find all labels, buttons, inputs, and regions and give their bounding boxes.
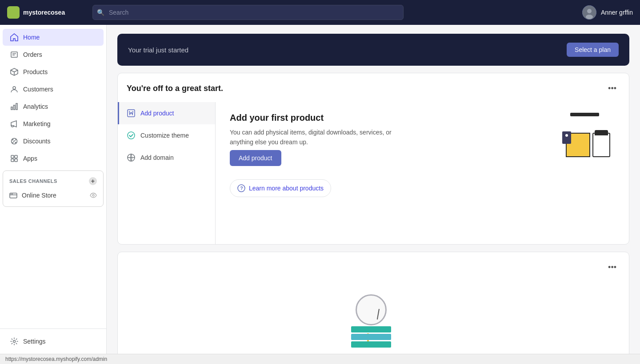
select-plan-button[interactable]: Select a plan	[567, 43, 619, 57]
step-add-domain[interactable]: Add domain	[118, 146, 215, 169]
card-title: You're off to a great start.	[127, 84, 223, 93]
more-options-button[interactable]: •••	[604, 82, 620, 95]
sales-channels-header: SALES CHANNELS +	[3, 174, 103, 188]
sidebar-item-online-store[interactable]: Online Store	[3, 188, 103, 203]
sidebar-item-discounts-label: Discounts	[23, 138, 50, 145]
online-store-icon	[9, 191, 17, 199]
sidebar-item-marketing[interactable]: Marketing	[3, 115, 104, 132]
analytics-card: •••	[117, 252, 629, 354]
learn-more-question-icon: ?	[237, 184, 245, 192]
trial-message: Your trial just started	[128, 46, 188, 54]
add-domain-step-icon	[126, 153, 136, 162]
svg-point-2	[586, 15, 593, 19]
add-product-button[interactable]: Add product	[230, 150, 281, 166]
svg-point-22	[12, 194, 13, 194]
store-name: mystorecosea	[23, 9, 65, 16]
store-brand[interactable]: mystorecosea	[7, 6, 87, 19]
great-start-card: You're off to a great start. ••• Ad	[117, 73, 629, 245]
sidebar-item-marketing-label: Marketing	[23, 120, 50, 127]
step-add-product[interactable]: Add product	[118, 102, 215, 124]
svg-point-21	[11, 194, 12, 194]
url-text: https://mystorecosea.myshopify.com/admin	[5, 356, 107, 362]
svg-line-8	[14, 70, 18, 72]
step-content-row: Add your first product You can add physi…	[230, 113, 615, 166]
sidebar-item-analytics[interactable]: Analytics	[3, 98, 104, 115]
learn-more-container: ? Learn more about products	[230, 179, 615, 197]
svg-rect-10	[11, 107, 12, 110]
step-customize-theme[interactable]: Customize theme	[118, 124, 215, 146]
main-layout: Home Orders Products Cu	[0, 25, 640, 354]
step-content-text: Add your first product You can add physi…	[230, 113, 548, 166]
sidebar-item-orders-label: Orders	[23, 51, 42, 58]
sidebar-bottom: Settings	[0, 328, 106, 354]
analytics-icon	[10, 102, 19, 111]
svg-point-1	[587, 9, 592, 13]
prod-lid-shape	[570, 113, 599, 116]
book-3	[351, 341, 391, 348]
card-header: You're off to a great start. •••	[118, 73, 629, 102]
active-step-content: Add your first product You can add physi…	[216, 102, 629, 244]
svg-rect-11	[14, 105, 15, 110]
sidebar-item-products-label: Products	[23, 68, 48, 75]
svg-rect-19	[15, 159, 17, 162]
svg-rect-18	[11, 159, 14, 162]
svg-rect-16	[11, 155, 14, 158]
svg-text:?: ?	[240, 186, 243, 191]
home-icon	[10, 33, 19, 42]
customize-theme-step-icon	[126, 131, 136, 140]
search-input[interactable]	[92, 5, 404, 20]
analytics-card-header: •••	[118, 252, 629, 281]
step-content-desc: You can add physical items, digital down…	[230, 127, 399, 147]
analytics-more-options-button[interactable]: •••	[604, 261, 620, 274]
svg-rect-25	[128, 110, 135, 117]
analytics-card-content	[118, 281, 629, 354]
sidebar-item-settings[interactable]: Settings	[3, 333, 104, 350]
user-name: Anner grffin	[601, 9, 633, 16]
sidebar-item-home-label: Home	[23, 34, 40, 41]
step-add-product-label: Add product	[140, 110, 174, 117]
main-content: Your trial just started Select a plan Yo…	[107, 25, 640, 354]
step-content-title: Add your first product	[230, 113, 548, 123]
online-store-left: Online Store	[9, 191, 56, 199]
sidebar-item-products[interactable]: Products	[3, 63, 104, 80]
sidebar-item-orders[interactable]: Orders	[3, 46, 104, 63]
add-product-step-icon	[126, 108, 136, 118]
products-icon	[10, 67, 19, 76]
svg-line-7	[11, 70, 14, 72]
svg-rect-3	[11, 52, 17, 57]
apps-icon	[10, 154, 19, 163]
learn-more-text: Learn more about products	[249, 185, 324, 192]
search-bar[interactable]: 🔍	[92, 5, 404, 20]
book-2	[351, 334, 391, 340]
online-store-label: Online Store	[22, 192, 56, 199]
product-illustration	[557, 113, 615, 162]
svg-point-23	[92, 194, 94, 196]
svg-point-14	[15, 142, 16, 143]
card-body: Add product Customize theme	[118, 102, 629, 244]
compass-wrap	[347, 294, 400, 348]
sidebar: Home Orders Products Cu	[0, 25, 107, 354]
steps-list: Add product Customize theme	[118, 102, 216, 244]
compass-books	[351, 326, 391, 348]
marketing-icon	[10, 119, 19, 128]
search-icon: 🔍	[97, 9, 104, 16]
book-1	[351, 326, 391, 332]
sidebar-nav: Home Orders Products Cu	[0, 25, 106, 328]
compass-needle	[377, 309, 380, 320]
sidebar-item-analytics-label: Analytics	[23, 103, 48, 110]
compass-circle	[356, 294, 387, 325]
sidebar-item-home[interactable]: Home	[3, 29, 104, 46]
sidebar-item-apps-label: Apps	[23, 155, 37, 162]
sidebar-item-discounts[interactable]: Discounts	[3, 133, 104, 150]
sales-channels-section: SALES CHANNELS + Online Store	[3, 170, 104, 207]
sidebar-item-customers[interactable]: Customers	[3, 81, 104, 98]
step-add-domain-label: Add domain	[140, 154, 174, 161]
learn-more-link[interactable]: ? Learn more about products	[230, 179, 331, 197]
avatar[interactable]	[582, 5, 596, 20]
sales-channels-label: SALES CHANNELS	[9, 178, 57, 184]
add-sales-channel-button[interactable]: +	[89, 177, 97, 185]
sidebar-item-apps[interactable]: Apps	[3, 150, 104, 167]
top-navigation: mystorecosea 🔍 Anner grffin	[0, 0, 640, 25]
discounts-icon	[10, 137, 19, 146]
svg-point-26	[128, 132, 135, 139]
